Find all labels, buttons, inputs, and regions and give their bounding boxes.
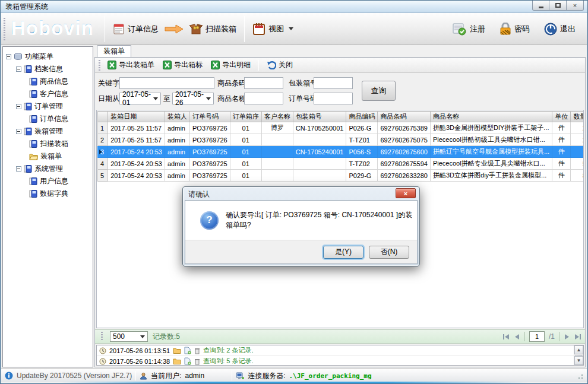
collapse-icon[interactable]: [16, 66, 21, 72]
table-row[interactable]: 1 2017-05-25 11:57 admin PO3769726 01 博罗…: [98, 122, 584, 134]
cell-order: PO3769725: [189, 170, 230, 182]
tree-node-data-dict[interactable]: 数据字典: [6, 188, 93, 200]
yes-button[interactable]: 是(Y): [323, 246, 363, 259]
table-row-selected[interactable]: 3 2017-05-24 20:53 admin PO3769725 01 CN…: [98, 146, 584, 158]
column-header[interactable]: 装箱人: [165, 112, 189, 122]
column-header[interactable]: 商品名称: [430, 112, 552, 122]
column-header[interactable]: 商品条码: [378, 112, 431, 122]
record-count: 记录数:5: [153, 332, 180, 342]
book-icon: [24, 128, 32, 135]
page-number-input[interactable]: [529, 331, 545, 342]
box-number-input[interactable]: [314, 77, 353, 89]
close-page-button[interactable]: 关闭: [263, 59, 296, 71]
toolbar-grip[interactable]: [99, 60, 100, 71]
folder-icon[interactable]: [173, 347, 181, 354]
maximize-button[interactable]: [549, 1, 567, 11]
tree-node-packing-list[interactable]: 装箱单: [6, 150, 93, 163]
last-page-icon[interactable]: [574, 334, 581, 340]
column-header[interactable]: 订单号码: [189, 112, 230, 122]
tree-node-system-mgmt[interactable]: 系统管理: [6, 163, 93, 175]
scan-packing-button[interactable]: 扫描装箱: [184, 19, 242, 39]
resize-grip[interactable]: [576, 372, 583, 379]
tab-packing-list[interactable]: 装箱单: [97, 45, 131, 57]
column-header[interactable]: 单位: [552, 112, 571, 122]
product-name-input[interactable]: [244, 93, 283, 104]
column-header[interactable]: 装箱日期: [108, 112, 165, 122]
no-button[interactable]: 否(N): [369, 246, 409, 259]
collapse-icon[interactable]: [6, 54, 11, 59]
tree-node-scan-packing[interactable]: 扫描装箱: [6, 138, 93, 150]
tree-node-packing-mgmt[interactable]: 装箱管理: [6, 125, 93, 138]
cell-customer: [261, 146, 293, 158]
close-button[interactable]: ×: [567, 1, 584, 11]
dialog-close-button[interactable]: ×: [396, 188, 416, 198]
tree-node-archive[interactable]: 档案信息: [6, 63, 93, 75]
keyword-input[interactable]: [119, 77, 214, 89]
cell-code: P026-G: [346, 122, 378, 134]
export-box-label-button[interactable]: 导出箱标: [159, 59, 206, 71]
column-header[interactable]: 包装箱号: [293, 112, 346, 122]
file-add-icon[interactable]: [184, 347, 191, 354]
delete-icon[interactable]: [194, 358, 200, 365]
cell-date: 2017-05-24 20:53: [108, 146, 165, 158]
tree-item-label: 订单管理: [34, 101, 63, 112]
title-bar[interactable]: 装箱管理系统: [1, 1, 587, 13]
log-entry[interactable]: 2017-05-26 01:13:51 查询到: 2 条记录.: [97, 345, 583, 356]
toolbar-grip[interactable]: [101, 332, 103, 341]
calendar-icon: [252, 23, 265, 36]
table-row[interactable]: 4 2017-05-24 20:53 admin PO3769725 01 T-…: [98, 158, 584, 170]
collapse-icon[interactable]: [16, 104, 21, 109]
tree-node-order-info[interactable]: 订单信息: [6, 113, 93, 125]
column-header[interactable]: 商品编码: [346, 112, 378, 122]
tree-item-label: 装箱单: [40, 151, 62, 161]
file-add-icon[interactable]: [184, 357, 191, 365]
prev-page-icon[interactable]: [514, 334, 520, 340]
log-message: 查询到: 5 条记录.: [203, 357, 253, 366]
barcode-input[interactable]: [244, 77, 283, 89]
tree-node-order-mgmt[interactable]: 订单管理: [6, 100, 93, 113]
collapse-icon[interactable]: [16, 129, 21, 134]
table-row[interactable]: 2 2017-05-25 11:57 admin PO3769726 01 T-…: [98, 134, 584, 146]
log-scrollbar[interactable]: ▲ ▼: [574, 345, 583, 365]
book-icon: [24, 65, 32, 73]
order-number-input[interactable]: [314, 93, 353, 104]
folder-icon[interactable]: [173, 358, 181, 364]
cell-unit: 件: [552, 170, 571, 182]
view-menu-label: 视图: [268, 24, 284, 34]
scroll-up-icon[interactable]: ▲: [574, 345, 583, 354]
export-packing-button[interactable]: 导出装箱单: [104, 59, 158, 71]
tree-node-product-info[interactable]: 商品信息: [6, 75, 93, 88]
page-size-select[interactable]: 500: [110, 331, 148, 342]
minimize-button[interactable]: [532, 1, 549, 11]
filter-form: 关键字: 商品条码: 包装箱号: 日期从: 2017-05-01 至 2017-…: [95, 73, 585, 110]
date-to-select[interactable]: 2017-05-26: [172, 93, 214, 104]
delete-icon[interactable]: [194, 347, 200, 354]
column-header[interactable]: 数量: [571, 112, 584, 122]
excel-icon: [108, 61, 116, 69]
view-menu-button[interactable]: 视图: [247, 18, 299, 40]
tree-node-customer-info[interactable]: 客户信息: [6, 88, 93, 100]
export-detail-button[interactable]: 导出明细: [207, 59, 254, 71]
column-header[interactable]: 客户名称: [261, 112, 293, 122]
order-info-button[interactable]: 订单信息: [108, 19, 164, 39]
search-button[interactable]: 查询: [362, 81, 396, 101]
collapse-icon[interactable]: [16, 166, 21, 172]
cell-code: P056-S: [346, 146, 378, 158]
tree-item-label: 扫描装箱: [40, 139, 68, 149]
column-header[interactable]: 订单箱序: [230, 112, 261, 122]
exit-button[interactable]: 退出: [539, 18, 581, 40]
password-button[interactable]: 密码: [494, 18, 535, 40]
chevron-down-icon: [289, 27, 293, 30]
tree-node-user-info[interactable]: 用户信息: [6, 175, 93, 188]
next-page-icon[interactable]: [564, 334, 570, 340]
tree-node-root[interactable]: 功能菜单: [6, 50, 93, 63]
scroll-down-icon[interactable]: ▼: [574, 356, 583, 365]
register-button[interactable]: 注册: [447, 18, 491, 40]
first-page-icon[interactable]: [502, 334, 510, 340]
table-row[interactable]: 5 2017-05-24 20:53 admin PO3769725 01 P0…: [98, 170, 584, 182]
cell-barcode: 6927602675600: [378, 146, 431, 158]
cell-customer: [261, 170, 293, 182]
date-from-select[interactable]: 2017-05-01: [119, 93, 161, 104]
log-entry[interactable]: 2017-05-26 01:14:38 查询到: 5 条记录.: [97, 356, 583, 366]
toolbar-grip[interactable]: [4, 18, 5, 40]
